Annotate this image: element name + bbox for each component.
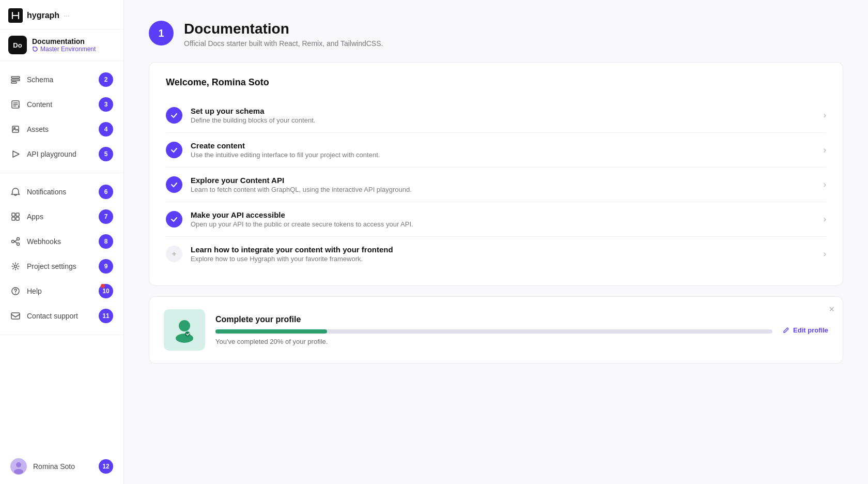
svg-point-19 bbox=[14, 469, 23, 474]
checklist-desc-content-api: Learn to fetch content with GraphQL, usi… bbox=[191, 186, 815, 193]
svg-rect-3 bbox=[11, 82, 17, 83]
user-avatar bbox=[10, 458, 27, 475]
svg-point-12 bbox=[17, 238, 20, 240]
checklist-title-content: Create content bbox=[191, 141, 815, 150]
checklist-desc-integrate: Explore how to use Hygraph with your fav… bbox=[191, 255, 815, 263]
sidebar-item-webhooks[interactable]: Webhooks 8 bbox=[0, 229, 123, 254]
page-header: 1 Documentation Official Docs starter bu… bbox=[149, 21, 843, 48]
sidebar-item-api-playground[interactable]: API playground 5 bbox=[0, 142, 123, 167]
checklist-item-integrate[interactable]: Learn how to integrate your content with… bbox=[166, 237, 826, 271]
svg-point-22 bbox=[185, 331, 190, 337]
checklist-item-content[interactable]: Create content Use the intuitive editing… bbox=[166, 133, 826, 168]
help-icon bbox=[10, 286, 21, 296]
sidebar-item-project-settings[interactable]: Project settings 9 bbox=[0, 254, 123, 279]
user-name: Romina Soto bbox=[33, 462, 75, 471]
svg-rect-1 bbox=[11, 77, 20, 78]
notifications-icon bbox=[10, 187, 21, 197]
step-badge-notifications: 6 bbox=[99, 185, 113, 199]
sidebar-item-contact-support-label: Contact support bbox=[27, 312, 78, 320]
check-icon-schema bbox=[166, 107, 182, 124]
project-name: Documentation bbox=[32, 37, 96, 46]
step-badge-apps: 7 bbox=[99, 209, 113, 224]
profile-progress-text: You've completed 20% of your profile. bbox=[215, 338, 772, 345]
svg-rect-9 bbox=[12, 217, 15, 220]
edit-profile-label: Edit profile bbox=[793, 326, 828, 334]
check-icon-api-accessible bbox=[166, 211, 182, 228]
checklist-title-schema: Set up your schema bbox=[191, 107, 815, 115]
check-icon-content-api bbox=[166, 176, 182, 193]
sidebar-item-help[interactable]: Help 10 bbox=[0, 279, 123, 304]
project-selector[interactable]: Do Documentation Master Environment bbox=[0, 29, 123, 61]
progress-bar-container bbox=[215, 329, 772, 334]
sidebar-item-schema-label: Schema bbox=[27, 75, 53, 84]
checklist-title-api-accessible: Make your API accessible bbox=[191, 210, 815, 219]
welcome-title: Welcome, Romina Soto bbox=[166, 77, 826, 88]
schema-icon bbox=[10, 74, 21, 85]
page-title-area: Documentation Official Docs starter buil… bbox=[184, 21, 383, 48]
checklist-title-integrate: Learn how to integrate your content with… bbox=[191, 245, 815, 254]
step-badge-content: 3 bbox=[99, 97, 113, 112]
project-env: Master Environment bbox=[32, 46, 96, 53]
checklist-title-content-api: Explore your Content API bbox=[191, 176, 815, 185]
apps-icon bbox=[10, 211, 21, 222]
profile-card-close-button[interactable]: × bbox=[829, 304, 834, 315]
profile-card: Complete your profile You've completed 2… bbox=[149, 296, 843, 364]
step-badge-assets: 4 bbox=[99, 122, 113, 137]
svg-point-5 bbox=[14, 128, 16, 129]
chevron-right-icon-integrate: › bbox=[824, 249, 826, 259]
help-notification-dot bbox=[101, 284, 105, 288]
sidebar: hygraph ··· Do Documentation Master Envi… bbox=[0, 0, 124, 484]
assets-icon bbox=[10, 124, 21, 134]
checklist-content-api-accessible: Make your API accessible Open up your AP… bbox=[191, 210, 815, 228]
checklist-desc-content: Use the intuitive editing interface to f… bbox=[191, 151, 815, 159]
svg-point-13 bbox=[17, 243, 20, 246]
project-avatar: Do bbox=[8, 36, 27, 54]
svg-rect-2 bbox=[11, 79, 20, 81]
sidebar-item-content[interactable]: Content 3 bbox=[0, 92, 123, 117]
primary-nav: Schema 2 Content 3 Asset bbox=[0, 61, 123, 173]
chevron-right-icon-content-api: › bbox=[824, 180, 826, 189]
sidebar-item-notifications[interactable]: Notifications 6 bbox=[0, 179, 123, 204]
step-badge-schema: 2 bbox=[99, 72, 113, 87]
checklist-desc-schema: Define the building blocks of your conte… bbox=[191, 116, 815, 124]
sidebar-item-help-label: Help bbox=[27, 287, 42, 295]
user-profile-nav[interactable]: Romina Soto 12 bbox=[0, 453, 123, 480]
contact-support-icon bbox=[10, 311, 21, 321]
step-badge-project-settings: 9 bbox=[99, 259, 113, 274]
checklist-item-schema[interactable]: Set up your schema Define the building b… bbox=[166, 98, 826, 133]
sidebar-item-apps[interactable]: Apps 7 bbox=[0, 204, 123, 229]
profile-content: Complete your profile You've completed 2… bbox=[215, 315, 772, 345]
hygraph-logo-text: hygraph bbox=[27, 11, 59, 20]
sidebar-item-assets[interactable]: Assets 4 bbox=[0, 117, 123, 142]
edit-profile-button[interactable]: Edit profile bbox=[783, 326, 828, 334]
checklist-item-content-api[interactable]: Explore your Content API Learn to fetch … bbox=[166, 168, 826, 202]
svg-point-21 bbox=[176, 334, 193, 343]
step-badge-api-playground: 5 bbox=[99, 147, 113, 161]
svg-point-11 bbox=[12, 240, 14, 243]
svg-point-20 bbox=[179, 320, 190, 331]
sidebar-item-contact-support[interactable]: Contact support 11 bbox=[0, 304, 123, 328]
main-content: 1 Documentation Official Docs starter bu… bbox=[124, 0, 868, 484]
svg-rect-17 bbox=[11, 313, 20, 319]
page-title: Documentation bbox=[184, 21, 383, 37]
sidebar-item-content-label: Content bbox=[27, 100, 52, 109]
step-badge-contact-support: 11 bbox=[99, 309, 113, 323]
logo-dots: ··· bbox=[64, 11, 70, 20]
page-subtitle: Official Docs starter built with React, … bbox=[184, 39, 383, 48]
svg-point-18 bbox=[16, 462, 21, 467]
checklist-item-api-accessible[interactable]: Make your API accessible Open up your AP… bbox=[166, 202, 826, 237]
project-settings-icon bbox=[10, 261, 21, 271]
profile-card-title: Complete your profile bbox=[215, 315, 772, 324]
chevron-right-icon-api-accessible: › bbox=[824, 215, 826, 224]
checklist-content-integrate: Learn how to integrate your content with… bbox=[191, 245, 815, 263]
content-icon bbox=[10, 99, 21, 110]
checklist-desc-api-accessible: Open up your API to the public or create… bbox=[191, 220, 815, 228]
project-details: Documentation Master Environment bbox=[32, 37, 96, 53]
api-playground-icon bbox=[10, 149, 21, 159]
checklist-content-create-content: Create content Use the intuitive editing… bbox=[191, 141, 815, 159]
check-icon-integrate bbox=[166, 246, 182, 262]
svg-rect-10 bbox=[16, 217, 19, 220]
svg-point-16 bbox=[15, 293, 16, 294]
sidebar-item-schema[interactable]: Schema 2 bbox=[0, 67, 123, 92]
page-number-badge: 1 bbox=[149, 21, 174, 46]
